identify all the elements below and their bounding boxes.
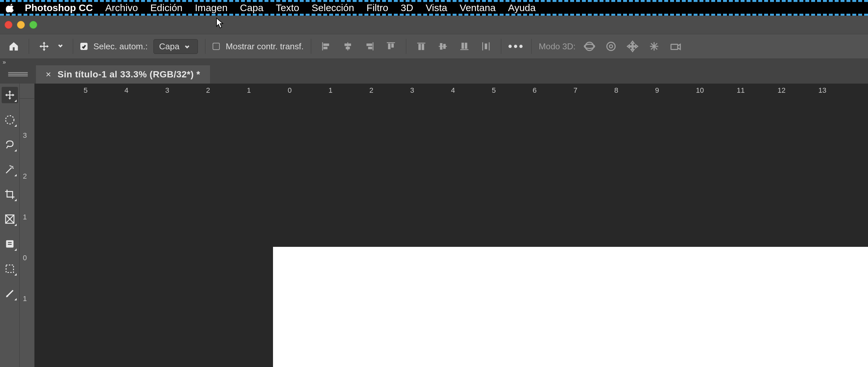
menu-texto[interactable]: Texto (276, 2, 300, 13)
3d-pan-button[interactable] (625, 38, 641, 54)
svg-rect-31 (8, 75, 28, 77)
document-tab-title: Sin título-1 al 33.3% (RGB/32*) * (58, 69, 200, 80)
ruler-tick-label: 7 (574, 86, 577, 95)
divider (73, 39, 73, 54)
align-top-edges-button[interactable] (383, 38, 399, 54)
ruler-tick-label: 1 (23, 213, 27, 221)
svg-rect-13 (418, 44, 420, 50)
svg-rect-29 (8, 72, 28, 73)
crop-tool[interactable] (2, 186, 18, 203)
svg-point-32 (5, 116, 14, 124)
magic-wand-tool[interactable] (2, 161, 18, 178)
menu-vista[interactable]: Vista (426, 2, 447, 13)
apple-logo-icon[interactable] (6, 3, 15, 12)
svg-rect-19 (462, 43, 463, 48)
work-area: 54321012345678910111213 32101 (0, 84, 868, 367)
ruler-tick-label: 11 (737, 86, 745, 95)
window-minimize-button[interactable] (17, 21, 25, 29)
3d-slide-button[interactable] (646, 38, 662, 54)
eyedropper-tool[interactable] (2, 236, 18, 252)
divider (406, 39, 406, 54)
svg-rect-30 (8, 74, 28, 75)
document-tab-bar: × Sin título-1 al 33.3% (RGB/32*) * (0, 65, 868, 84)
ruler-tick-label: 2 (206, 86, 210, 95)
lasso-tool[interactable] (2, 136, 18, 153)
menu-archivo[interactable]: Archivo (105, 2, 138, 13)
mac-menubar: Photoshop CC Archivo Edición Imagen Capa… (0, 0, 868, 16)
options-bar: Selec. autom.: Capa Mostrar contr. trans… (0, 34, 868, 59)
document-tab[interactable]: × Sin título-1 al 33.3% (RGB/32*) * (36, 65, 210, 84)
close-tab-button[interactable]: × (46, 69, 51, 80)
ruler-tick-label: 2 (23, 172, 27, 181)
more-align-options-button[interactable]: ••• (508, 38, 524, 54)
tool-preset-chevron-icon[interactable] (58, 43, 66, 50)
mode-3d-label: Modo 3D: (539, 41, 576, 52)
svg-rect-17 (443, 44, 445, 49)
svg-point-26 (607, 42, 615, 50)
tool-palette (0, 84, 20, 367)
3d-orbit-button[interactable] (582, 38, 597, 54)
move-tool-icon[interactable] (36, 38, 52, 54)
window-zoom-button[interactable] (29, 21, 37, 29)
ruler-tick-label: 5 (84, 86, 88, 95)
svg-rect-4 (345, 44, 351, 46)
toolbox-grip-icon[interactable] (0, 65, 36, 84)
svg-point-27 (609, 45, 613, 48)
svg-rect-23 (485, 44, 487, 49)
distribute-bottom-button[interactable] (457, 38, 472, 54)
svg-rect-5 (346, 47, 349, 49)
distribute-vertical-centers-button[interactable] (435, 38, 451, 54)
distribute-top-button[interactable] (413, 38, 429, 54)
svg-rect-1 (323, 44, 329, 46)
vertical-ruler[interactable]: 32101 (20, 99, 35, 367)
ruler-tick-label: 8 (614, 86, 618, 95)
divider (501, 39, 501, 54)
3d-roll-button[interactable] (603, 38, 619, 54)
menu-filtro[interactable]: Filtro (366, 2, 388, 13)
dropdown-value: Capa (159, 41, 179, 52)
brush-tool[interactable] (2, 285, 18, 302)
menu-capa[interactable]: Capa (240, 2, 264, 13)
canvas-viewport[interactable] (35, 99, 868, 367)
svg-rect-7 (367, 44, 372, 46)
ruler-tick-label: 2 (369, 86, 373, 95)
show-transform-label: Mostrar contr. transf. (226, 41, 303, 52)
window-titlebar (0, 16, 868, 34)
divider (205, 39, 206, 54)
svg-point-24 (585, 42, 593, 50)
document-canvas[interactable] (273, 247, 868, 367)
menu-3d[interactable]: 3D (401, 2, 413, 13)
healing-brush-tool[interactable] (2, 261, 18, 277)
auto-select-target-dropdown[interactable]: Capa (154, 39, 198, 54)
home-button[interactable] (6, 38, 22, 54)
menu-imagen[interactable]: Imagen (195, 2, 227, 13)
marquee-tool[interactable] (2, 112, 18, 128)
menu-ayuda[interactable]: Ayuda (508, 2, 536, 13)
ruler-tick-label: 12 (778, 86, 785, 95)
align-right-edges-button[interactable] (362, 38, 377, 54)
svg-rect-20 (465, 43, 467, 48)
show-transform-checkbox[interactable] (213, 43, 220, 50)
svg-rect-37 (8, 242, 11, 243)
align-horizontal-centers-button[interactable] (340, 38, 355, 54)
menu-edicion[interactable]: Edición (150, 2, 182, 13)
move-tool[interactable] (2, 87, 18, 103)
distribute-horizontal-button[interactable] (478, 38, 494, 54)
svg-rect-2 (323, 47, 327, 49)
window-close-button[interactable] (5, 21, 12, 29)
ruler-origin-corner[interactable] (20, 84, 35, 99)
menu-ventana[interactable]: Ventana (460, 2, 496, 13)
divider (531, 39, 532, 54)
align-left-edges-button[interactable] (318, 38, 334, 54)
svg-rect-14 (422, 44, 424, 50)
ruler-tick-label: 13 (818, 86, 826, 95)
ruler-tick-label: 3 (23, 131, 27, 140)
menu-app-name[interactable]: Photoshop CC (25, 2, 93, 13)
menu-seleccion[interactable]: Selección (312, 2, 354, 13)
3d-camera-button[interactable] (668, 38, 683, 54)
panel-collapse-strip[interactable]: » (0, 59, 868, 65)
ruler-tick-label: 9 (655, 86, 659, 95)
frame-tool[interactable] (2, 211, 18, 227)
ruler-tick-label: 1 (329, 86, 333, 95)
auto-select-checkbox[interactable] (80, 43, 88, 50)
